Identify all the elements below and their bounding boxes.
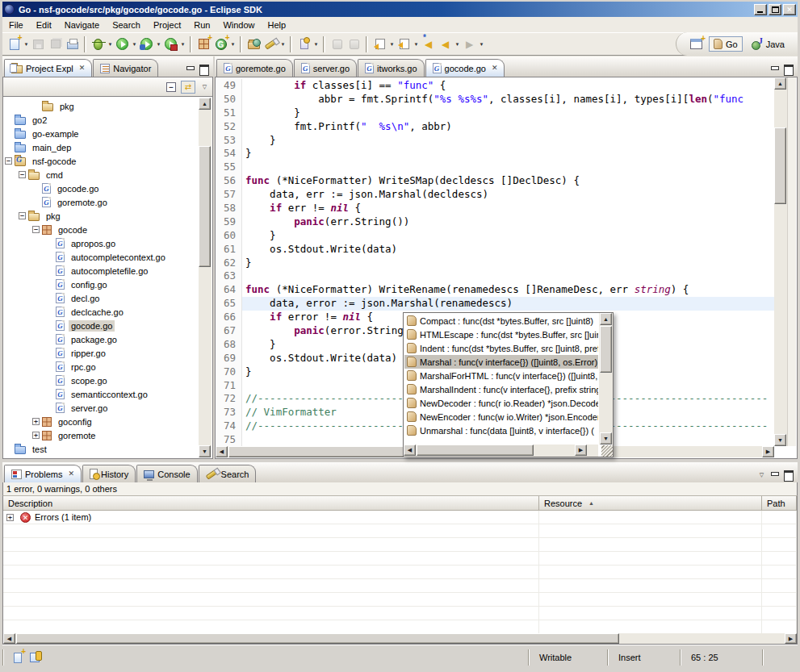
- view-maximize-button[interactable]: [199, 65, 209, 73]
- dropdown-arrow-icon[interactable]: ▼: [413, 35, 420, 53]
- dropdown-arrow-icon[interactable]: ▼: [279, 35, 287, 53]
- completion-item-indent[interactable]: Indent : func(dst *bytes.Buffer, src []u…: [404, 341, 598, 355]
- tree-item-goremote[interactable]: +goremote: [5, 428, 198, 442]
- toolbar-button-annotations[interactable]: [295, 35, 312, 53]
- code-line-53[interactable]: 53 }: [216, 134, 774, 148]
- menu-window[interactable]: Window: [216, 18, 261, 32]
- code-line-65[interactable]: 65 data, error := json.Marshal(renamedes…: [216, 297, 774, 311]
- tree-item-ripper-go[interactable]: ripper.go: [5, 346, 198, 360]
- toolbar-button-debug[interactable]: [90, 35, 107, 53]
- explorer-tab-project-expl[interactable]: Project Expl✕: [4, 59, 92, 77]
- tree-item-decl-go[interactable]: decl.go: [5, 291, 198, 305]
- menu-run[interactable]: Run: [187, 18, 216, 32]
- expander-plus-icon[interactable]: +: [6, 514, 14, 521]
- tree-item-cmd[interactable]: −cmd: [5, 168, 198, 182]
- editor-tab-goremote-go[interactable]: goremote.go: [216, 59, 293, 77]
- menu-project[interactable]: Project: [147, 18, 187, 32]
- dropdown-arrow-icon[interactable]: ▼: [388, 35, 396, 53]
- scrollbar-thumb[interactable]: [199, 146, 211, 267]
- code-line-61[interactable]: 61 os.Stdout.Write(data): [216, 243, 774, 257]
- close-icon[interactable]: ✕: [68, 470, 74, 478]
- view-minimize-button[interactable]: [769, 65, 780, 73]
- problems-tab-console[interactable]: Console: [136, 465, 197, 482]
- editor-tab-server-go[interactable]: server.go: [294, 59, 357, 77]
- dropdown-arrow-icon[interactable]: ▼: [478, 35, 485, 53]
- view-menu-icon[interactable]: ▽: [757, 470, 766, 479]
- dropdown-arrow-icon[interactable]: ▼: [155, 35, 162, 53]
- code-line-57[interactable]: 57 data, err := json.Marshal(decldescs): [216, 188, 774, 202]
- column-header-resource[interactable]: Resource▲: [539, 496, 762, 511]
- toolbar-button-external-tools[interactable]: [162, 35, 179, 53]
- code-line-55[interactable]: 55: [216, 161, 774, 174]
- scrollbar-thumb[interactable]: [600, 326, 612, 373]
- code-line-64[interactable]: 64func (*NiceFormatter) WriteRename(rena…: [216, 283, 774, 297]
- code-line-56[interactable]: 56func (*NiceFormatter) WriteSMap(declde…: [216, 174, 774, 188]
- toolbar-button-run[interactable]: [114, 35, 131, 53]
- code-line-62[interactable]: 62}: [216, 257, 774, 270]
- view-menu-icon[interactable]: ▽: [200, 82, 209, 91]
- view-minimize-button[interactable]: [769, 470, 780, 479]
- collapse-all-icon[interactable]: −: [166, 82, 176, 92]
- code-line-54[interactable]: 54}: [216, 147, 774, 161]
- code-line-59[interactable]: 59 panic(err.String()): [216, 215, 774, 229]
- view-maximize-button[interactable]: [783, 470, 794, 479]
- tree-vertical-scrollbar[interactable]: ▲ ▼: [199, 98, 212, 457]
- tree-item-goremote-go[interactable]: goremote.go: [5, 195, 198, 209]
- perspective-go[interactable]: Go: [709, 36, 743, 52]
- scroll-up-icon[interactable]: ▲: [199, 98, 211, 110]
- scrollbar-thumb[interactable]: [774, 127, 786, 204]
- scroll-right-icon[interactable]: ▶: [575, 445, 587, 456]
- code-line-52[interactable]: 52 fmt.Printf(" %s\n", abbr): [216, 120, 774, 134]
- scroll-up-icon[interactable]: ▲: [774, 77, 786, 90]
- resize-grip[interactable]: [601, 445, 613, 457]
- problems-horizontal-scrollbar[interactable]: ◀ ▶: [2, 633, 798, 645]
- link-with-editor-icon[interactable]: ⇄: [181, 81, 195, 94]
- view-minimize-button[interactable]: [185, 65, 195, 73]
- tree-item-gocode-go[interactable]: gocode.go: [5, 319, 198, 332]
- scrollbar-thumb[interactable]: [16, 633, 619, 644]
- code-line-63[interactable]: 63: [216, 269, 774, 283]
- dropdown-arrow-icon[interactable]: ▼: [454, 35, 461, 53]
- completion-item-htmlescape[interactable]: HTMLEscape : func(dst *bytes.Buffer, src…: [404, 328, 598, 341]
- build-status-icon[interactable]: [14, 653, 22, 663]
- tree-item-gocode[interactable]: −gocode: [5, 223, 198, 236]
- close-button[interactable]: ✕: [783, 4, 796, 15]
- toolbar-button-forward[interactable]: ▶: [461, 35, 478, 53]
- expander-plus-icon[interactable]: +: [32, 418, 40, 425]
- minimize-button[interactable]: [754, 4, 767, 15]
- toolbar-button-save-all[interactable]: [47, 35, 64, 53]
- sync-status-icon[interactable]: [30, 653, 40, 662]
- menu-edit[interactable]: Edit: [30, 18, 58, 32]
- column-header-description[interactable]: Description: [3, 496, 539, 511]
- tree-item-main-dep[interactable]: main_dep: [5, 140, 198, 154]
- tree-item-autocompletecontext-go[interactable]: autocompletecontext.go: [5, 250, 198, 264]
- toolbar-button-previous-annotation[interactable]: [329, 35, 346, 53]
- scroll-up-icon[interactable]: ▲: [600, 313, 612, 325]
- completion-item-marshalindent[interactable]: MarshalIndent : func(v interface{}, pref…: [404, 382, 598, 396]
- expander-plus-icon[interactable]: +: [32, 432, 40, 439]
- expander-minus-icon[interactable]: −: [5, 157, 12, 165]
- toolbar-button-new-wizard[interactable]: [6, 35, 23, 53]
- completion-item-newencoder[interactable]: NewEncoder : func(w io.Writer) *json.Enc…: [404, 410, 598, 424]
- menu-file[interactable]: File: [2, 18, 30, 32]
- toolbar-button-next-annotation[interactable]: [346, 35, 362, 53]
- menu-search[interactable]: Search: [106, 18, 147, 32]
- code-line-51[interactable]: 51 }: [216, 106, 774, 120]
- scroll-left-icon[interactable]: ◀: [3, 633, 15, 644]
- tree-item-scope-go[interactable]: scope.go: [5, 374, 198, 387]
- open-perspective-button[interactable]: [688, 35, 705, 53]
- scrollbar-thumb[interactable]: [417, 445, 534, 456]
- expander-minus-icon[interactable]: −: [32, 226, 40, 233]
- toolbar-button-new-go-application[interactable]: [212, 35, 229, 53]
- tree-item-pkg[interactable]: pkg: [5, 99, 198, 113]
- dropdown-arrow-icon[interactable]: ▼: [131, 35, 138, 53]
- close-icon[interactable]: ✕: [79, 65, 86, 72]
- toolbar-button-print[interactable]: [64, 35, 81, 53]
- editor-vertical-scrollbar[interactable]: ▲ ▼: [774, 77, 787, 446]
- editor-tab-gocode-go[interactable]: gocode.go✕: [425, 59, 505, 77]
- toolbar-button-search[interactable]: [262, 35, 279, 53]
- explorer-tab-navigator[interactable]: Navigator: [93, 59, 158, 77]
- tree-item-package-go[interactable]: package.go: [5, 332, 198, 346]
- scroll-right-icon[interactable]: ▶: [762, 446, 774, 457]
- column-header-path[interactable]: Path: [762, 496, 797, 511]
